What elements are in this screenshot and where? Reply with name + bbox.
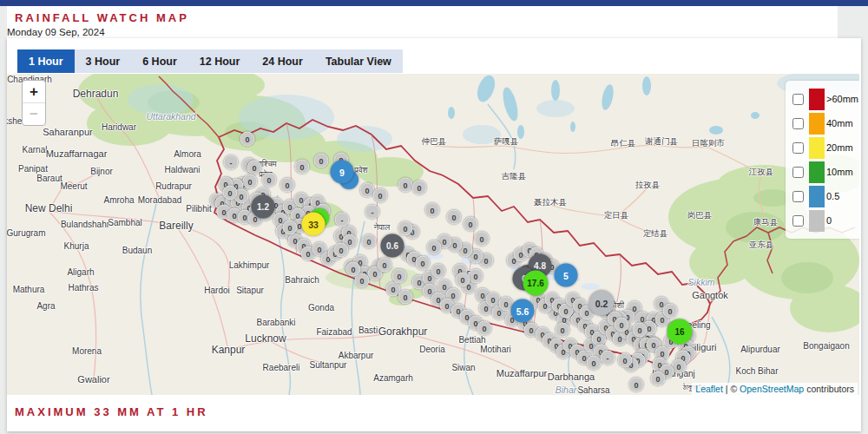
station-marker-0[interactable]: 0 [398,178,413,193]
station-marker-33[interactable]: 33 [302,213,326,236]
station-marker-17.6[interactable]: 17.6 [523,271,549,296]
page-title: RAINFALL WATCH MAP [15,11,189,24]
legend-label: 0.5 [826,191,839,201]
station-marker-16[interactable]: 16 [667,319,693,345]
max-rainfall-note: MAXIMUM 33 MM AT 1 HR [15,405,208,418]
station-marker-0.2[interactable]: 0.2 [589,291,615,316]
zoom-in-button[interactable]: + [23,81,45,102]
zoom-control: + − [22,80,46,126]
legend-swatch-icon [809,186,825,207]
legend-swatch-icon [809,161,825,183]
station-marker-0[interactable]: 0 [587,356,602,371]
station-marker-0[interactable]: 0 [373,188,388,203]
rain-markers: 0000000000000000000000000000000000000000… [7,74,859,395]
station-marker-0[interactable]: 0 [243,174,258,189]
legend-swatch-icon [809,210,825,232]
legend-checkbox-3[interactable] [792,167,804,178]
station-marker-0.6[interactable]: 0.6 [381,234,404,258]
tab-tabular-view[interactable]: Tabular View [314,49,403,73]
legend-label: >60mm [826,94,858,104]
station-marker-0[interactable]: 0 [431,264,446,279]
station-marker-0[interactable]: 0 [412,181,427,195]
legend-swatch-icon [809,89,825,110]
tab-3-hour[interactable]: 3 Hour [75,49,132,73]
station-marker-0[interactable]: 0 [425,203,440,218]
legend-checkbox-1[interactable] [792,118,804,129]
attribution-separator: | © [723,384,740,394]
map-attribution: Leaflet | © OpenStreetMap contributors [692,383,858,395]
tab-1-hour[interactable]: 1 Hour [17,49,75,73]
tab-12-hour[interactable]: 12 Hour [188,49,252,73]
station-marker-0[interactable]: 0 [283,220,298,235]
legend-row-4: 0.5 [791,184,859,208]
station-marker-0[interactable]: 0 [427,240,442,255]
station-marker-0[interactable]: 0 [295,160,310,174]
station-marker-0[interactable]: 0 [556,323,570,338]
attribution-suffix: contributors [804,384,854,394]
legend-checkbox-0[interactable] [792,94,804,105]
station-marker-1.2[interactable]: 1.2 [252,195,275,219]
station-marker-0[interactable]: 0 [464,217,478,232]
station-marker-0[interactable]: 0 [633,323,648,338]
legend-checkbox-4[interactable] [792,191,804,202]
station-marker-0[interactable]: 0 [346,262,361,277]
top-accent-bar [0,0,868,6]
legend-swatch-icon [809,113,825,135]
page-header: RAINFALL WATCH MAP Monday 09 Sep, 2024 [7,6,838,38]
station-marker-0[interactable]: 0 [262,173,277,187]
legend-row-1: 40mm [791,111,859,135]
legend-row-5: 0 [791,208,859,233]
station-marker-0[interactable]: 0 [447,210,462,225]
station-marker-0[interactable]: 0 [362,234,377,249]
legend-checkbox-5[interactable] [792,215,804,227]
station-marker-nodata[interactable]: - [601,351,615,365]
station-marker-0[interactable]: 0 [629,378,644,392]
station-marker-0[interactable]: 0 [392,269,407,284]
rainfall-map[interactable]: ChandigarhKurukshetraDehradunHaridwarSah… [7,74,859,395]
station-marker-9[interactable]: 9 [331,161,354,184]
osm-link[interactable]: OpenStreetMap [740,384,804,394]
station-marker-5[interactable]: 5 [555,264,578,287]
station-marker-0[interactable]: 0 [334,243,349,258]
tab-6-hour[interactable]: 6 Hour [131,49,188,73]
station-marker-0[interactable]: 0 [615,318,629,332]
page-date: Monday 09 Sep, 2024 [7,27,105,37]
station-marker-nodata[interactable]: - [335,213,350,227]
station-marker-0[interactable]: 0 [475,232,490,247]
station-marker-0[interactable]: 0 [280,178,295,193]
legend-label: 10mm [826,167,853,177]
station-marker-0[interactable]: 0 [378,258,392,273]
station-marker-0[interactable]: 0 [223,186,238,201]
duration-tabbar: 1 Hour3 Hour6 Hour12 Hour24 HourTabular … [17,49,403,73]
legend-label: 20mm [826,142,853,153]
legend-swatch-icon [809,137,825,159]
legend-row-3: 10mm [791,160,859,184]
station-marker-0[interactable]: 0 [618,353,633,368]
station-marker-0[interactable]: 0 [469,269,483,284]
station-marker-0[interactable]: 0 [416,256,431,271]
legend-row-0: >60mm [791,87,859,111]
tab-24-hour[interactable]: 24 Hour [251,49,314,73]
station-marker-0[interactable]: 0 [456,273,470,287]
station-marker-0[interactable]: 0 [314,154,329,168]
rainfall-legend: >60mm40mm20mm10mm0.50 [786,81,859,239]
leaflet-link[interactable]: Leaflet [695,384,723,394]
zoom-out-button[interactable]: − [23,102,45,125]
main-card: 1 Hour3 Hour6 Hour12 Hour24 HourTabular … [7,38,861,431]
station-marker-0[interactable]: 0 [651,372,666,386]
station-marker-0[interactable]: 0 [398,290,413,305]
legend-checkbox-2[interactable] [792,142,804,154]
station-marker-5.6[interactable]: 5.6 [511,299,535,323]
station-marker-nodata[interactable]: - [365,205,380,220]
station-marker-nodata[interactable]: - [224,155,239,170]
station-marker-0[interactable]: 0 [398,221,413,236]
legend-label: 0 [826,215,832,226]
legend-label: 40mm [826,118,853,128]
station-marker-0[interactable]: 0 [247,161,262,175]
station-marker-0[interactable]: 0 [477,321,492,336]
station-marker-0[interactable]: 0 [663,304,678,319]
legend-row-2: 20mm [791,135,859,160]
station-marker-0[interactable]: 0 [240,132,255,147]
